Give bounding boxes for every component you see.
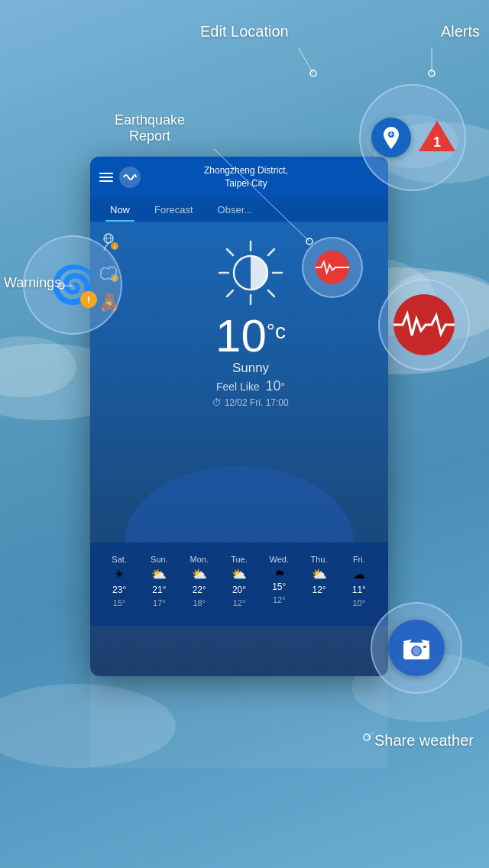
earthquake-small-circle[interactable] [302,237,363,298]
warning-badge: ! [80,291,97,308]
feel-like-text: Feel Like 10° [216,378,285,394]
location-pin-icon: + [381,126,401,149]
earthquake-big-circle[interactable] [378,279,470,371]
forecast-col-tue: Tue. ⛅ 20° 12° [222,555,256,607]
forecast-col-wed: Wed. 🌧 15° 12° [262,555,296,607]
alert-triangle-button[interactable]: 1 [417,116,457,159]
temperature-display: 10 °c [215,313,286,359]
sun-icon [216,238,285,307]
tab-now[interactable]: Now [98,198,142,222]
forecast-row: Sat. ☀ 23° 15° Sun. ⛅ 21° 17° Mon. ⛅ 22°… [99,555,379,607]
forecast-col-sun: Sun. ⛅ 21° 17° [142,555,176,607]
warnings-circle[interactable]: 🌀 ! [23,235,122,335]
header-bar: Zhongzheng District, Taipei City [90,157,388,198]
forecast-col-fri: Fri. ☁ 11° 10° [342,555,376,607]
app-logo [119,167,141,188]
earthquake-pulse-small [316,251,349,284]
svg-point-26 [413,647,420,655]
svg-point-18 [364,734,370,740]
svg-rect-27 [423,646,426,648]
svg-rect-9 [90,669,388,768]
earthquake-pulse-big [393,294,455,355]
alerts-circle[interactable]: + 1 [359,84,466,191]
phone-frame: Zhongzheng District, Taipei City Now For… [90,157,388,676]
condition-text: Sunny [232,361,269,376]
svg-text:+: + [389,130,393,138]
forecast-col-mon: Mon. ⛅ 22° 18° [183,555,216,607]
svg-point-16 [429,70,435,76]
datetime-text: ⏱ 12/02 Fri. 17:00 [212,397,288,408]
svg-line-39 [227,249,233,255]
svg-line-41 [268,249,274,255]
svg-point-7 [0,684,176,768]
svg-text:!: ! [114,244,116,251]
camera-button[interactable] [388,620,445,676]
share-weather-label: Share weather [374,732,474,750]
forecast-col-thu: Thu. ⛅ 12° [303,555,336,607]
alert-triangle-icon: 1 [417,116,457,156]
earthquake-report-label: EarthquakeReport [115,96,185,144]
svg-text:1: 1 [433,134,441,150]
svg-line-40 [268,290,274,296]
svg-point-14 [310,70,316,76]
svg-line-19 [367,732,374,737]
forecast-col-sat: Sat. ☀ 23° 15° [102,555,136,607]
tab-bar: Now Forecast Obser... [90,198,388,222]
menu-button[interactable] [99,173,113,182]
share-weather-circle[interactable] [371,602,462,694]
location-display: Zhongzheng District, Taipei City [204,164,288,190]
svg-line-42 [227,290,233,296]
alerts-label: Alerts [441,23,480,40]
svg-line-15 [298,47,313,73]
location-pin-button[interactable]: + [371,118,411,157]
edit-location-label: Edit Location [200,23,289,40]
camera-icon [402,636,431,660]
svg-point-4 [0,336,76,397]
tab-forecast[interactable]: Forecast [142,198,206,222]
tab-observation[interactable]: Obser... [206,198,265,222]
forecast-area: Sat. ☀ 23° 15° Sun. ⛅ 21° 17° Mon. ⛅ 22°… [90,542,388,626]
